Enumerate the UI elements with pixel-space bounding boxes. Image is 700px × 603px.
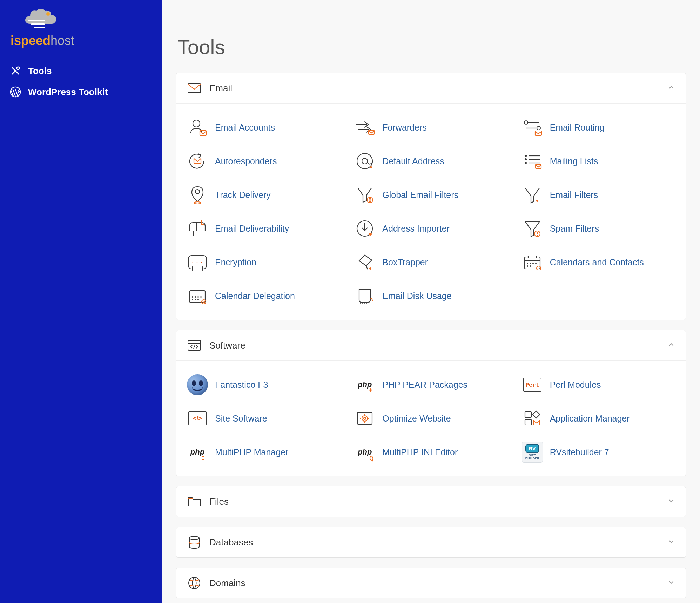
- panel-header-software[interactable]: Software: [176, 330, 686, 360]
- panel-files: Files: [176, 486, 686, 517]
- calendar-gear-icon: [187, 285, 208, 306]
- tool-email-routing[interactable]: Email Routing: [515, 111, 682, 144]
- code-brackets-icon: </>: [187, 408, 208, 429]
- panel-header-email[interactable]: Email: [176, 73, 686, 103]
- main-content: Tools Email: [162, 0, 700, 603]
- tool-label: Spam Filters: [550, 224, 599, 234]
- tool-multiphp-ini[interactable]: php MultiPHP INI Editor: [347, 435, 514, 469]
- tool-label: Forwarders: [382, 122, 426, 133]
- svg-rect-20: [536, 164, 541, 168]
- page-title: Tools: [177, 35, 686, 59]
- disk-usage-icon: [354, 285, 375, 306]
- svg-point-17: [525, 155, 526, 157]
- svg-point-22: [194, 202, 201, 204]
- wordpress-icon: [9, 86, 22, 98]
- tool-track-delivery[interactable]: Track Delivery: [180, 178, 347, 212]
- email-icon: [187, 81, 202, 95]
- svg-point-15: [362, 158, 368, 164]
- svg-point-14: [357, 153, 372, 169]
- fantastico-icon: [187, 374, 208, 395]
- tool-email-disk-usage[interactable]: Email Disk Usage: [347, 279, 514, 313]
- apps-grid-icon: [522, 408, 543, 429]
- tool-label: Calendar Delegation: [215, 291, 295, 301]
- tool-label: Autoresponders: [215, 156, 277, 166]
- svg-point-42: [189, 536, 199, 540]
- tool-perl-modules[interactable]: Perl Perl Modules: [515, 368, 682, 402]
- svg-rect-9: [369, 130, 374, 134]
- tool-calendar-delegation[interactable]: Calendar Delegation: [180, 279, 347, 313]
- svg-rect-1: [28, 20, 45, 21]
- tool-application-manager[interactable]: Application Manager: [515, 402, 682, 435]
- tool-email-accounts[interactable]: Email Accounts: [180, 111, 347, 144]
- forward-arrows-icon: [354, 117, 375, 138]
- svg-rect-38: [525, 412, 531, 417]
- panel-title: Software: [209, 340, 667, 351]
- tool-calendars-contacts[interactable]: Calendars and Contacts: [515, 245, 682, 279]
- printer-icon: • • •: [187, 252, 208, 273]
- tool-label: Default Address: [382, 156, 444, 166]
- svg-rect-34: [188, 340, 201, 350]
- chevron-up-icon: [667, 84, 675, 93]
- database-icon: [187, 535, 202, 550]
- tool-label: Track Delivery: [215, 190, 271, 200]
- svg-point-26: [369, 233, 372, 236]
- tool-label: Optimize Website: [382, 413, 451, 424]
- folder-icon: [187, 494, 202, 509]
- cloud-icon: [18, 8, 60, 31]
- box-trap-icon: [354, 252, 375, 273]
- tool-rvsitebuilder[interactable]: RVSITEBUILDER RVsitebuilder 7: [515, 435, 682, 469]
- panel-title: Email: [209, 83, 667, 94]
- panel-header-files[interactable]: Files: [176, 486, 686, 517]
- tool-label: Fantastico F3: [215, 380, 268, 390]
- svg-rect-39: [525, 419, 531, 425]
- tool-forwarders[interactable]: Forwarders: [347, 111, 514, 144]
- list-icon: [522, 151, 543, 172]
- tool-global-email-filters[interactable]: Global Email Filters: [347, 178, 514, 212]
- svg-point-28: [369, 267, 371, 270]
- svg-point-16: [370, 166, 372, 168]
- svg-rect-2: [31, 23, 45, 25]
- globe-icon: [187, 576, 202, 590]
- svg-rect-3: [34, 27, 45, 28]
- svg-point-11: [537, 126, 540, 130]
- tool-optimize-website[interactable]: Optimize Website: [347, 402, 514, 435]
- chevron-up-icon: [667, 341, 675, 350]
- panel-title: Files: [209, 496, 667, 507]
- mailbox-icon: [187, 218, 208, 239]
- tool-label: Email Deliverability: [215, 224, 289, 234]
- tool-fantastico[interactable]: Fantastico F3: [180, 368, 347, 402]
- tool-site-software[interactable]: </> Site Software: [180, 402, 347, 435]
- tool-boxtrapper[interactable]: BoxTrapper: [347, 245, 514, 279]
- panel-email: Email Email Accounts: [176, 73, 686, 320]
- svg-point-21: [195, 190, 200, 194]
- tool-label: Email Disk Usage: [382, 291, 451, 301]
- panel-software: Software Fantastico F3 php PHP PEAR Pa: [176, 330, 686, 476]
- svg-point-37: [364, 417, 366, 419]
- rvsitebuilder-icon: RVSITEBUILDER: [522, 442, 543, 463]
- tool-label: Email Filters: [550, 190, 598, 200]
- svg-point-19: [525, 162, 526, 164]
- brand-text: ispeedhost: [11, 33, 74, 48]
- code-box-icon: [187, 338, 202, 353]
- tool-encryption[interactable]: • • • Encryption: [180, 245, 347, 279]
- tool-spam-filters[interactable]: Spam Filters: [515, 212, 682, 245]
- funnel-globe-icon: [354, 184, 375, 205]
- svg-point-18: [525, 159, 526, 160]
- panel-domains: Domains: [176, 568, 686, 598]
- tool-default-address[interactable]: Default Address: [347, 144, 514, 178]
- tool-label: Perl Modules: [550, 380, 601, 390]
- tool-email-filters[interactable]: Email Filters: [515, 178, 682, 212]
- sidebar-item-tools[interactable]: Tools: [0, 60, 162, 81]
- panel-header-domains[interactable]: Domains: [176, 568, 686, 598]
- tool-mailing-lists[interactable]: Mailing Lists: [515, 144, 682, 178]
- tool-address-importer[interactable]: Address Importer: [347, 212, 514, 245]
- php-icon: php: [354, 374, 375, 395]
- sidebar-item-wordpress-toolkit[interactable]: WordPress Toolkit: [0, 81, 162, 102]
- tool-multiphp-manager[interactable]: php MultiPHP Manager: [180, 435, 347, 469]
- tool-php-pear[interactable]: php PHP PEAR Packages: [347, 368, 514, 402]
- tool-email-deliverability[interactable]: Email Deliverability: [180, 212, 347, 245]
- tool-autoresponders[interactable]: Autoresponders: [180, 144, 347, 178]
- php-manager-icon: php: [187, 442, 208, 463]
- panel-header-databases[interactable]: Databases: [176, 527, 686, 557]
- panel-title: Databases: [209, 537, 667, 548]
